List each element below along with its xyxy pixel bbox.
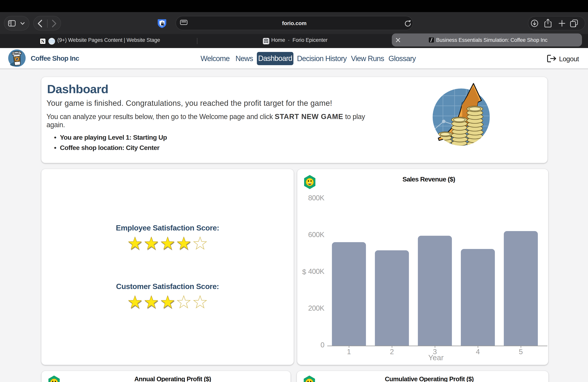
svg-text:N: N <box>41 39 44 44</box>
